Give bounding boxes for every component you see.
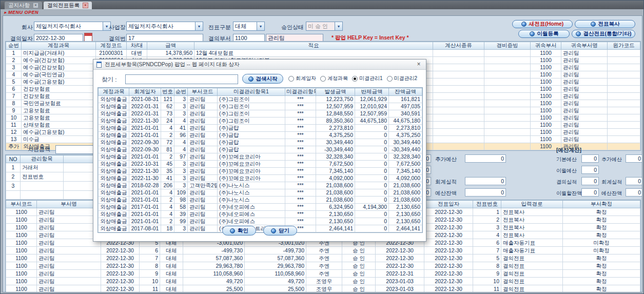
column-header[interactable]: 번호 — [161, 88, 174, 96]
column-header[interactable]: 귀속부서 — [531, 42, 561, 50]
table-row[interactable]: 외상매출금2022-09-30814관리팀(주)금탑***-30,349,440… — [99, 146, 422, 153]
menu-open-button[interactable]: ▸ MENU OPEN — [4, 10, 38, 15]
column-header[interactable]: 원가코드 — [608, 42, 640, 50]
column-header[interactable]: 부서확정 — [563, 201, 640, 208]
table-row[interactable]: 1100관리팀2022-12-306대체-499,730-499,730주엔승 … — [6, 247, 640, 254]
cell: 2022-12-30 — [101, 285, 140, 293]
ok-button[interactable]: 확인 — [222, 226, 256, 236]
column-header[interactable]: 입력경로 — [501, 201, 563, 208]
cell: 21,038,600 — [389, 189, 422, 197]
site-select[interactable]: 제일저지주식회사 ▼ — [126, 22, 203, 31]
column-header[interactable]: NO — [6, 155, 21, 163]
cell: 7,345,140 — [316, 168, 355, 175]
cell: 6,324,950 — [316, 204, 355, 211]
basic-budget-label: 기본예산 — [556, 156, 577, 163]
table-row[interactable]: 외상매출금2022-01-31623관리팀(주)그린조이***12,507,95… — [99, 103, 422, 110]
chevron-down-icon[interactable]: ▼ — [257, 22, 264, 30]
carryover-register-button[interactable]: 이월등록 — [518, 30, 570, 38]
table-row[interactable]: 외상매출금2022-09-30724관리팀(주)금탑***30,349,4400… — [99, 139, 422, 146]
radio-open-mgmt1[interactable]: 미결관리1 — [352, 75, 383, 82]
column-header[interactable]: 경비증빙 — [484, 42, 531, 50]
table-row[interactable]: 1100관리팀2022-12-308대체29,963,78029,963,780… — [6, 262, 640, 270]
cell: 2022-12-31 — [376, 270, 424, 278]
calendar-icon[interactable] — [84, 33, 92, 42]
table-row[interactable]: 1100관리팀2022-12-3011대체25,50025,500조영우승 인2… — [6, 285, 640, 293]
column-header[interactable]: 발생금액 — [316, 88, 355, 96]
column-header[interactable]: 부서코드 — [6, 201, 37, 208]
close-icon[interactable]: × — [414, 61, 424, 68]
column-header[interactable]: 미결관리항목1 — [218, 88, 285, 96]
table-row[interactable]: 외상매출금2021-01-01298관리팀(주)나노시스***21,038,60… — [99, 197, 422, 204]
cell: 0 — [355, 189, 389, 197]
column-header[interactable]: 부서코드 — [188, 88, 218, 96]
chevron-down-icon[interactable]: ▼ — [335, 22, 342, 30]
slip-type-select[interactable]: 대체 ▼ — [233, 22, 265, 31]
new-slip-button[interactable]: 새전표(Home) — [512, 20, 573, 28]
search-start-button[interactable]: 검색시작 — [242, 74, 283, 84]
table-row[interactable]: 1100관리팀2022-12-3010대체49,72049,720조영우승 인2… — [6, 278, 640, 285]
search-input[interactable] — [125, 74, 238, 84]
tab-slip-register[interactable]: 결의전표등록 × — [44, 2, 92, 9]
table-row[interactable]: 외상매출금2022-11-30413관리팀(주)꼬메요코리아***4,092,0… — [99, 175, 422, 182]
table-row[interactable]: 1100관리팀2022-12-307대체57,087,36057,087,360… — [6, 254, 640, 262]
cell: -499,730 — [245, 247, 306, 254]
table-row[interactable]: 외상매출금2021-01-01441관리팀(주)금탑***2,273,81002… — [99, 125, 422, 132]
table-row[interactable]: 외상매출금2017-01-01458관리팀(주)네오피에스***6,324,95… — [99, 204, 422, 211]
column-header[interactable]: 잔액금액 — [389, 88, 422, 96]
column-header[interactable]: 전표일자 — [424, 201, 473, 208]
column-header[interactable]: 계정과목 — [22, 42, 96, 50]
chevron-down-icon[interactable]: ▼ — [195, 22, 203, 30]
column-header[interactable]: 순번 — [174, 88, 188, 96]
close-icon[interactable]: × — [33, 3, 38, 8]
table-row[interactable]: 외상매출금2021-01-01297관리팀(주)꼬메요코리아***32,328,… — [99, 153, 422, 161]
radio-account-subject[interactable]: 계정과목 — [320, 75, 348, 82]
column-header[interactable]: 귀속부서명 — [561, 42, 608, 50]
close-button[interactable]: 닫기 — [263, 226, 297, 236]
radio-open-mgmt2[interactable]: 미결관리2 — [387, 75, 418, 82]
cell: 41 — [174, 125, 188, 132]
table-row[interactable]: 외상매출금2018-02-282063고객만족2팀(JC(주)나노시스***21… — [99, 182, 422, 189]
table-row[interactable]: 외상매출금2021-01-014109관리팀(주)나노시스***21,038,6… — [99, 189, 422, 197]
table-row[interactable]: 외상매출금2022-11-30353관리팀(주)꼬메요코리아***7,345,1… — [99, 168, 422, 175]
table-row[interactable]: 외상매출금2021-01-01439관리팀(주)네오피에스***2,130,65… — [99, 211, 422, 218]
cell: 2022-09-30 — [129, 139, 161, 146]
table-row[interactable]: 1100관리팀2022-12-309대체110,058,960110,058,9… — [6, 270, 640, 278]
column-header[interactable]: 계정과목 — [99, 88, 129, 96]
column-header[interactable]: 반제금액 — [355, 88, 389, 96]
cell: 2,130,650 — [316, 218, 355, 225]
cell: 2022-12-30 — [424, 231, 473, 239]
cell — [484, 64, 531, 71]
column-header[interactable]: 부서명 — [37, 201, 101, 208]
column-header[interactable]: 순번 — [6, 42, 22, 50]
column-header[interactable]: 계산서종류 — [433, 42, 484, 50]
table-row[interactable]: 외상매출금2021-08-311213관리팀(주)그린조이***12,223,7… — [99, 96, 422, 103]
radio-account-date[interactable]: 회계일자 — [288, 75, 316, 82]
column-header[interactable]: 적요 — [194, 42, 433, 50]
column-header[interactable]: 미결관리항목2 — [285, 88, 316, 96]
table-row[interactable]: 1미지급금(거래처)21000301대변14,378,95012월 4대보험료1… — [6, 50, 640, 57]
close-icon[interactable]: × — [83, 3, 88, 8]
closing-slip-button[interactable]: 결산전표(통합/기타) — [572, 30, 635, 38]
column-header[interactable]: 계정코드 — [96, 42, 127, 50]
column-header[interactable]: 금액 — [147, 42, 194, 50]
tab-notice[interactable]: 공지사항 × — [5, 2, 42, 9]
company-select[interactable]: 제일저지주식회사 ▼ — [34, 22, 111, 31]
column-header[interactable]: 관리항목 — [21, 155, 64, 163]
cell: 2022-11-30 — [129, 175, 161, 182]
cell: 21000301 — [96, 50, 127, 57]
cell: 0 — [355, 153, 389, 161]
column-header[interactable]: 회계일자 — [129, 88, 161, 96]
table-row[interactable]: 외상매출금2021-01-01296관리팀(주)금탑***4,375,25004… — [99, 132, 422, 139]
dialog-titlebar[interactable]: 전표세부항목(SPNDCDPop) 팝업 -- 웹 페이지 대화 상자 × — [93, 60, 426, 70]
cell: 관리팀 — [561, 57, 608, 64]
copy-slip-button[interactable]: 전표복사 — [575, 20, 635, 28]
column-header[interactable]: 차/대 — [127, 42, 147, 50]
table-row[interactable]: 외상매출금2022-11-30244관리팀(주)그린조이***89,350,36… — [99, 117, 422, 125]
cell: (주)꼬메요코리아 — [218, 161, 285, 168]
column-header[interactable]: 전표번호 — [473, 201, 501, 208]
table-row[interactable]: 외상매출금2021-01-01299관리팀(주)네오피에스***2,130,65… — [99, 218, 422, 225]
cell: 승 인 — [342, 270, 376, 278]
approve-status-select[interactable]: 미 승 인 ▼ — [306, 22, 343, 31]
table-row[interactable]: 외상매출금2022-10-31453관리팀(주)꼬메요코리아***7,672,5… — [99, 161, 422, 168]
table-row[interactable]: 외상매출금2022-01-31733관리팀(주)그린조이***12,848,55… — [99, 110, 422, 117]
